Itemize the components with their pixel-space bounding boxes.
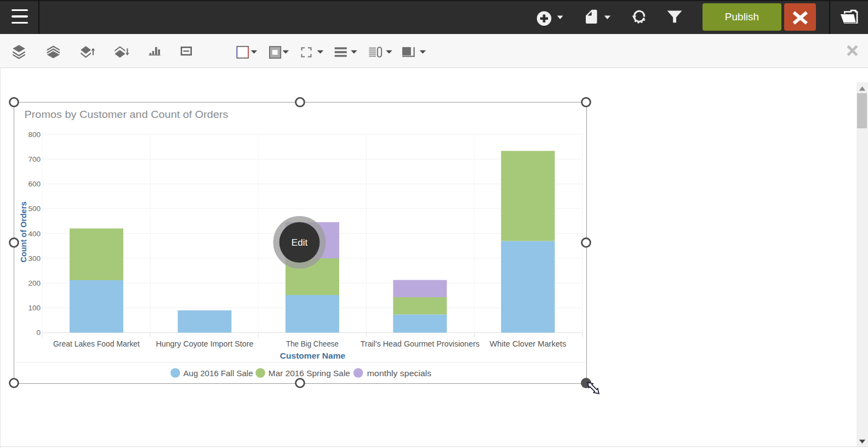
svg-text:400: 400 [28, 230, 41, 238]
svg-text:Great Lakes Food Market: Great Lakes Food Market [53, 339, 140, 348]
svg-text:800: 800 [28, 131, 41, 139]
svg-text:200: 200 [28, 279, 41, 287]
svg-text:600: 600 [28, 180, 41, 188]
svg-text:Aug 2016 Fall Sale: Aug 2016 Fall Sale [184, 368, 253, 378]
svg-text:100: 100 [28, 304, 41, 312]
svg-text:Edit: Edit [292, 237, 308, 248]
svg-text:Mar 2016 Spring Sale: Mar 2016 Spring Sale [269, 368, 350, 378]
svg-text:700: 700 [28, 155, 41, 163]
svg-text:300: 300 [28, 254, 41, 263]
svg-text:monthly specials: monthly specials [367, 368, 432, 378]
svg-text:Trail's Head Gourmet Provision: Trail's Head Gourmet Provisioners [361, 339, 479, 348]
svg-text:Customer Name: Customer Name [280, 351, 346, 360]
svg-text:White Clover Markets: White Clover Markets [490, 339, 567, 348]
svg-text:Promos by Customer and Count o: Promos by Customer and Count of Orders [25, 109, 229, 120]
svg-text:The Big Cheese: The Big Cheese [286, 339, 339, 348]
svg-text:0: 0 [36, 328, 41, 337]
svg-text:Count of Orders: Count of Orders [19, 201, 28, 262]
svg-text:Hungry Coyote Import Store: Hungry Coyote Import Store [156, 339, 253, 348]
svg-text:500: 500 [28, 205, 41, 213]
